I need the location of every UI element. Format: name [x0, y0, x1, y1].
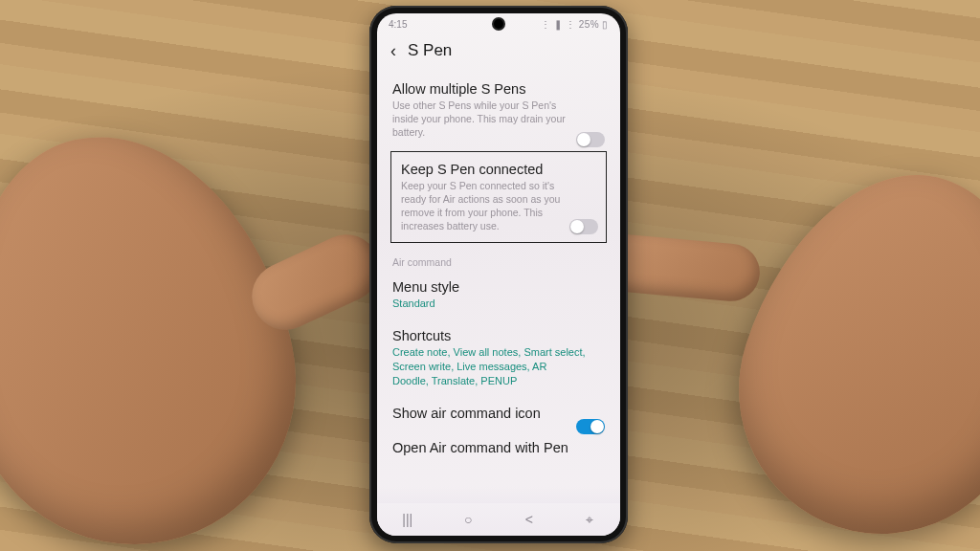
- nav-accessibility-icon[interactable]: ⌖: [582, 512, 597, 528]
- setting-allow-multiple-spens[interactable]: Allow multiple S Pens Use other S Pens w…: [392, 72, 605, 147]
- setting-title: Show air command icon: [392, 406, 605, 421]
- setting-title: Allow multiple S Pens: [392, 81, 605, 97]
- setting-title: Shortcuts: [392, 328, 605, 343]
- setting-subtitle: Keep your S Pen connected so it's ready …: [401, 179, 596, 233]
- setting-menu-style[interactable]: Menu style Standard: [392, 270, 605, 319]
- page-title: S Pen: [408, 41, 452, 60]
- right-hand: [702, 137, 980, 551]
- toggle-allow-multiple-spens[interactable]: [576, 132, 605, 147]
- setting-value: Standard: [392, 297, 605, 311]
- phone-screen: 4:15 ⋮ ❚ ⋮ 25% ▯ ‹ S Pen Allow multiple …: [377, 13, 620, 536]
- setting-shortcuts[interactable]: Shortcuts Create note, View all notes, S…: [392, 319, 605, 396]
- status-time: 4:15: [389, 19, 407, 30]
- setting-value: Create note, View all notes, Smart selec…: [392, 345, 605, 388]
- nav-back-icon[interactable]: <: [522, 512, 537, 527]
- setting-title: Open Air command with Pen: [392, 440, 605, 455]
- nav-recents-icon[interactable]: |||: [400, 512, 415, 527]
- setting-subtitle: Use other S Pens while your S Pen's insi…: [392, 99, 605, 140]
- phone-frame: 4:15 ⋮ ❚ ⋮ 25% ▯ ‹ S Pen Allow multiple …: [369, 6, 628, 543]
- toggle-keep-spen-connected[interactable]: [569, 219, 598, 234]
- nav-home-icon[interactable]: ○: [460, 512, 476, 527]
- back-icon[interactable]: ‹: [390, 42, 396, 59]
- bottom-fade: [377, 486, 620, 503]
- page-header: ‹ S Pen: [377, 32, 620, 72]
- section-air-command: Air command: [392, 251, 605, 270]
- setting-show-air-command-icon[interactable]: Show air command icon: [392, 396, 605, 430]
- setting-open-air-command-with-pen[interactable]: Open Air command with Pen: [392, 430, 605, 465]
- settings-list[interactable]: Allow multiple S Pens Use other S Pens w…: [377, 72, 620, 465]
- navigation-bar: ||| ○ < ⌖: [377, 503, 620, 536]
- setting-keep-spen-connected[interactable]: Keep S Pen connected Keep your S Pen con…: [390, 151, 607, 244]
- status-indicators: ⋮ ❚ ⋮ 25% ▯: [541, 19, 609, 30]
- front-camera: [494, 19, 503, 29]
- setting-title: Keep S Pen connected: [401, 162, 596, 177]
- setting-title: Menu style: [392, 279, 605, 295]
